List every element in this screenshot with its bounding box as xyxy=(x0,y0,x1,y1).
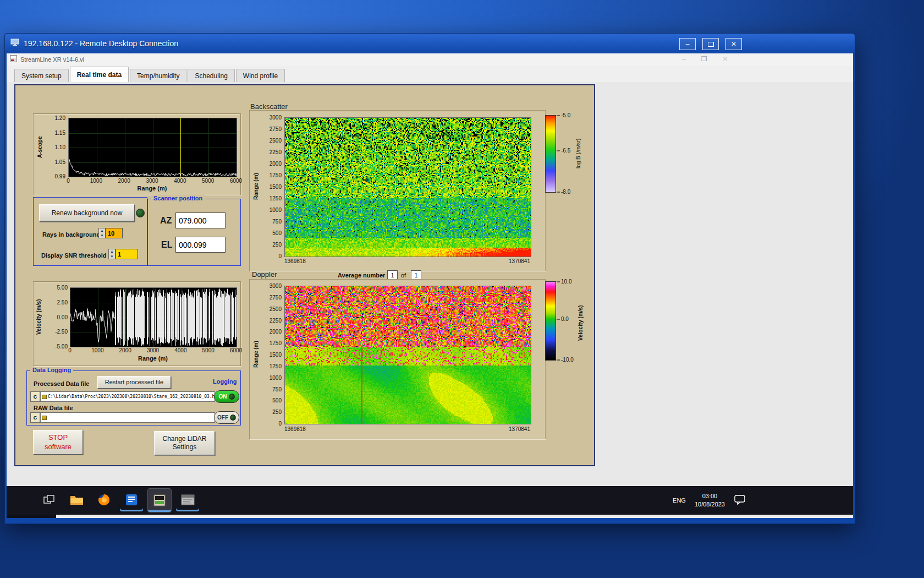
doppler-x-ticks: 1369818 1370841 xyxy=(284,426,530,432)
notification-chat-icon[interactable] xyxy=(734,493,746,508)
azimuth-value-field[interactable]: 079.000 xyxy=(175,212,226,228)
change-lidar-settings-button[interactable]: Change LiDARSettings xyxy=(154,431,215,455)
doppler-ytick: 500 xyxy=(272,397,282,403)
tab-real-time-data[interactable]: Real time data xyxy=(70,67,129,82)
app-window-controls: – ❐ ✕ xyxy=(682,55,728,63)
backscatter-heatmap-canvas xyxy=(284,117,531,257)
doppler-heatmap-canvas xyxy=(284,286,531,424)
ascope-ytick: 1.15 xyxy=(55,129,65,135)
velocity-ytick: -5.00 xyxy=(55,343,68,350)
firefox-icon[interactable] xyxy=(92,488,116,511)
taskbar-clock[interactable]: 03:00 10/08/2023 xyxy=(695,492,725,509)
ascope-plot-canvas xyxy=(68,118,237,177)
processed-data-file-path[interactable]: C:\Lidar\Data\Proc\2023\202308\20230810\… xyxy=(40,391,215,402)
ascope-ytick: 0.99 xyxy=(55,173,65,179)
display-snr-threshold-value[interactable]: 1 xyxy=(116,249,138,259)
backscatter-ytick: 1000 xyxy=(270,207,282,213)
desktop-background: 192.168.0.122 - Remote Desktop Connectio… xyxy=(0,0,924,578)
app-titlebar[interactable]: StreamLine XR v14-6.vi – ❐ ✕ xyxy=(7,53,853,66)
doppler-ytick: 1250 xyxy=(270,363,282,369)
rdp-window-title: 192.168.0.122 - Remote Desktop Connectio… xyxy=(24,39,178,48)
doppler-y-axis-label: Range (m) xyxy=(252,286,260,423)
raw-data-file-path[interactable] xyxy=(40,412,215,423)
toggle-knob-icon xyxy=(229,394,235,400)
task-view-icon[interactable] xyxy=(37,488,61,511)
doppler-ytick: 2000 xyxy=(270,329,282,335)
doppler-ytick: 1500 xyxy=(270,352,282,358)
backscatter-colorbar-tick: -5.0 xyxy=(557,112,570,118)
average-number-label: Average number xyxy=(338,272,385,279)
raw-logging-toggle[interactable]: OFF xyxy=(214,411,239,424)
app-icon xyxy=(10,54,17,64)
maximize-icon xyxy=(708,42,714,47)
scanner-position-title: Scanner position xyxy=(151,195,205,201)
rays-in-background-value[interactable]: 10 xyxy=(106,228,123,238)
doppler-title: Doppler xyxy=(252,270,277,279)
processed-data-file-label: Processed Data file xyxy=(34,380,90,387)
tab-system-setup[interactable]: System setup xyxy=(14,69,69,82)
raw-drive-selector[interactable]: C xyxy=(30,412,40,423)
backscatter-y-axis-label: Range (m) xyxy=(252,117,260,256)
document-app-icon[interactable] xyxy=(120,488,143,511)
rdp-titlebar[interactable]: 192.168.0.122 - Remote Desktop Connectio… xyxy=(5,34,855,53)
doppler-ytick: 0 xyxy=(278,421,282,427)
velocity-ytick: -2.50 xyxy=(55,329,68,335)
elevation-value-field[interactable]: 000.099 xyxy=(175,237,226,253)
backscatter-y-ticks: 3000275025002250200017501500125010007505… xyxy=(260,117,283,256)
backscatter-x-start: 1369818 xyxy=(284,258,306,264)
doppler-ytick: 3000 xyxy=(270,283,282,289)
close-button[interactable]: ✕ xyxy=(725,38,742,50)
background-led-indicator xyxy=(136,209,145,217)
processed-drive-selector[interactable]: C xyxy=(30,391,40,402)
taskbar-bottom-edge xyxy=(7,515,853,518)
doppler-colorbar-ticks: 10.00.0-10.0 xyxy=(557,281,578,359)
app-minimize-button[interactable]: – xyxy=(682,55,686,63)
renew-background-button[interactable]: Renew background now xyxy=(39,204,135,222)
average-of-label: of xyxy=(401,272,406,279)
app-close-button[interactable]: ✕ xyxy=(722,55,728,63)
tab-bar: System setup Real time data Temp/humidit… xyxy=(7,66,853,83)
minimize-button[interactable]: – xyxy=(679,38,696,50)
tab-scheduling[interactable]: Scheduling xyxy=(188,69,234,82)
backscatter-ytick: 3000 xyxy=(270,114,282,121)
scan-scheduler-window-icon[interactable] xyxy=(176,488,199,511)
doppler-ytick: 2250 xyxy=(270,317,282,323)
file-explorer-icon[interactable] xyxy=(65,488,88,511)
tab-page-real-time-data: A-scope 1.201.151.101.050.99 01000200030… xyxy=(7,82,853,486)
backscatter-ytick: 1500 xyxy=(270,184,282,190)
velocity-xtick: 3000 xyxy=(147,347,159,353)
velocity-plot-canvas xyxy=(70,287,237,347)
doppler-ytick: 1000 xyxy=(270,374,282,380)
data-logging-title: Data Logging xyxy=(30,367,73,373)
velocity-xtick: 1000 xyxy=(91,347,103,353)
processed-logging-toggle[interactable]: ON xyxy=(214,390,239,403)
azimuth-label: AZ xyxy=(160,216,172,226)
doppler-colorbar xyxy=(545,281,556,361)
velocity-x-ticks: 0100020003000400050006000 xyxy=(70,347,236,354)
doppler-ytick: 1750 xyxy=(270,340,282,346)
display-snr-threshold-stepper[interactable]: ▲▼ xyxy=(108,249,116,259)
velocity-xtick: 2000 xyxy=(119,347,131,353)
streamline-app-icon[interactable] xyxy=(147,488,172,512)
maximize-button[interactable] xyxy=(702,38,719,50)
browse-folder-icon[interactable] xyxy=(42,416,47,420)
ascope-x-axis-label: Range (m) xyxy=(68,185,236,192)
tab-wind-profile[interactable]: Wind profile xyxy=(236,69,285,82)
restart-processed-file-button[interactable]: Restart processed file xyxy=(97,376,171,389)
language-indicator[interactable]: ENG xyxy=(673,497,686,504)
app-restore-button[interactable]: ❐ xyxy=(701,55,707,63)
velocity-plot: Velocity (m/s) 5.002.500.00-2.50-5.00 01… xyxy=(33,281,241,366)
stop-software-button[interactable]: STOPsoftware xyxy=(33,430,83,455)
backscatter-title: Backscatter xyxy=(250,102,288,111)
display-snr-threshold-label: Display SNR threshold xyxy=(41,252,107,259)
browse-folder-icon[interactable] xyxy=(42,395,47,399)
tab-temp-humidity[interactable]: Temp/humidity xyxy=(130,69,186,82)
rays-in-background-stepper[interactable]: ▲▼ xyxy=(98,228,106,238)
taskbar: ENG 03:00 10/08/2023 xyxy=(7,486,853,515)
ascope-y-axis-label: A-scope xyxy=(36,118,43,176)
doppler-plot: Range (m) 300027502500225020001750150012… xyxy=(249,279,546,439)
doppler-colorbar-tick: 10.0 xyxy=(557,279,571,285)
backscatter-colorbar-ticks: -5.0-6.5-8.0 xyxy=(557,115,575,192)
velocity-xtick: 5000 xyxy=(202,347,215,353)
data-logging-group: Data Logging Processed Data file Restart… xyxy=(26,370,241,426)
